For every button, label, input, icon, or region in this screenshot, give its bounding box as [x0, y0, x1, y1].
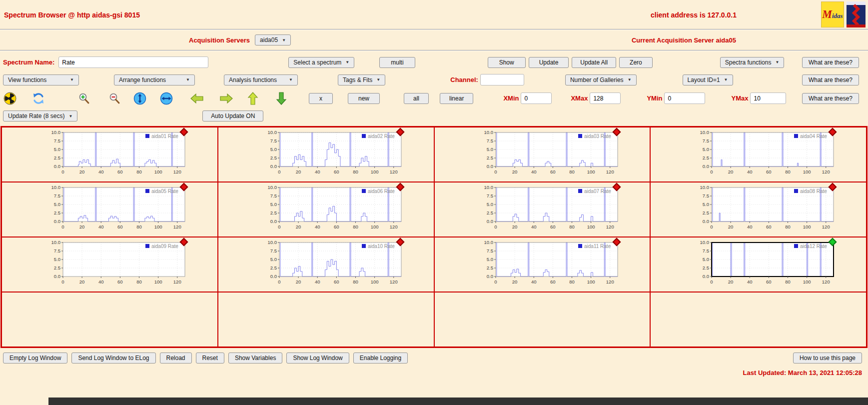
- enable-logging-button[interactable]: Enable Logging: [353, 352, 408, 364]
- how-to-use-button[interactable]: How to use this page: [793, 352, 862, 364]
- svg-text:20: 20: [79, 279, 85, 284]
- svg-text:0: 0: [278, 169, 280, 174]
- svg-text:80: 80: [785, 169, 791, 174]
- gallery-panel-aida04[interactable]: 0204060801001200.02.55.07.510.0aida04 Ra…: [650, 127, 867, 182]
- svg-text:0.0: 0.0: [703, 164, 709, 169]
- gallery-panel-aida02[interactable]: 0204060801001200.02.55.07.510.0aida02 Ra…: [218, 127, 434, 182]
- svg-text:5.0: 5.0: [270, 146, 277, 152]
- xmax-label: XMax: [571, 94, 588, 102]
- reload-button[interactable]: Reload: [160, 352, 192, 364]
- ymin-input[interactable]: [664, 92, 705, 104]
- spectrum-chart-aida04: 0204060801001200.02.55.07.510.0aida04 Ra…: [696, 128, 848, 181]
- gallery-panel-aida05[interactable]: 0204060801001200.02.55.07.510.0aida05 Ra…: [1, 182, 218, 237]
- shift-up-icon[interactable]: [246, 92, 259, 105]
- svg-text:5.0: 5.0: [270, 202, 277, 207]
- svg-text:10.0: 10.0: [51, 130, 61, 135]
- acquisition-server-value: aida05: [260, 36, 278, 44]
- spectrum-chart-aida11: 0204060801001200.02.55.07.510.0aida11 Ra…: [480, 238, 632, 291]
- svg-text:2.5: 2.5: [703, 265, 709, 270]
- acquisition-server-select[interactable]: aida05 ▼: [255, 34, 291, 46]
- x-button[interactable]: x: [309, 93, 333, 104]
- svg-text:0: 0: [278, 279, 280, 284]
- svg-text:7.5: 7.5: [486, 193, 493, 198]
- auto-update-button[interactable]: Auto Update ON: [202, 110, 263, 122]
- number-of-galleries-dropdown[interactable]: Number of Galleries ▼: [565, 74, 637, 86]
- show-variables-button[interactable]: Show Variables: [228, 352, 283, 364]
- svg-text:20: 20: [296, 224, 301, 230]
- view-functions-label: View functions: [8, 76, 46, 84]
- what-are-these-button-1[interactable]: What are these?: [802, 57, 859, 68]
- zoom-in-icon[interactable]: [77, 92, 90, 105]
- shift-left-icon[interactable]: [190, 92, 203, 105]
- shift-down-icon[interactable]: [274, 92, 288, 105]
- gallery-cell-empty: [434, 292, 651, 347]
- svg-text:100: 100: [370, 279, 378, 284]
- svg-text:60: 60: [334, 169, 339, 174]
- svg-text:100: 100: [803, 224, 811, 230]
- xmax-input[interactable]: [590, 92, 621, 104]
- svg-text:7.5: 7.5: [486, 138, 493, 144]
- svg-text:20: 20: [296, 279, 301, 284]
- gallery-panel-aida11[interactable]: 0204060801001200.02.55.07.510.0aida11 Ra…: [434, 237, 651, 292]
- send-log-to-elog-button[interactable]: Send Log Window to ELog: [71, 352, 155, 364]
- gallery-panel-aida08[interactable]: 0204060801001200.02.55.07.510.0aida08 Ra…: [650, 182, 867, 237]
- gallery-panel-aida06[interactable]: 0204060801001200.02.55.07.510.0aida06 Ra…: [218, 182, 434, 237]
- gallery-panel-aida12[interactable]: 0204060801001200.02.55.07.510.0aida12 Ra…: [650, 237, 867, 292]
- svg-text:80: 80: [136, 169, 142, 174]
- update-button[interactable]: Update: [529, 57, 569, 68]
- svg-text:10.0: 10.0: [700, 130, 710, 135]
- new-button[interactable]: new: [348, 93, 380, 104]
- svg-text:60: 60: [117, 279, 123, 284]
- spectrum-chart-aida05: 0204060801001200.02.55.07.510.0aida05 Ra…: [47, 183, 199, 236]
- zero-button[interactable]: Zero: [619, 57, 653, 68]
- empty-log-window-button[interactable]: Empty Log Window: [3, 352, 67, 364]
- log-window-edge: [48, 398, 868, 405]
- gallery-panel-aida09[interactable]: 0204060801001200.02.55.07.510.0aida09 Ra…: [1, 237, 218, 292]
- xmin-label: XMin: [503, 94, 519, 102]
- tags-fits-dropdown[interactable]: Tags & Fits ▼: [338, 74, 385, 86]
- svg-text:10.0: 10.0: [267, 130, 277, 135]
- reset-button[interactable]: Reset: [196, 352, 224, 364]
- all-button[interactable]: all: [404, 93, 429, 104]
- arrange-functions-dropdown[interactable]: Arrange functions ▼: [114, 74, 195, 86]
- show-button[interactable]: Show: [488, 57, 526, 68]
- ymax-input[interactable]: [750, 92, 786, 104]
- svg-text:aida10 Rate: aida10 Rate: [368, 244, 395, 249]
- show-log-window-button[interactable]: Show Log Window: [286, 352, 349, 364]
- svg-text:120: 120: [606, 169, 614, 174]
- svg-text:0.0: 0.0: [486, 218, 493, 224]
- update-all-button[interactable]: Update All: [572, 57, 616, 68]
- channel-input[interactable]: [480, 74, 524, 86]
- svg-text:10.0: 10.0: [484, 184, 493, 190]
- svg-text:0: 0: [278, 224, 280, 230]
- spectra-functions-dropdown[interactable]: Spectra functions ▼: [720, 57, 785, 68]
- linear-button[interactable]: linear: [440, 93, 473, 104]
- spectrum-chart-aida06: 0204060801001200.02.55.07.510.0aida06 Ra…: [263, 183, 416, 236]
- update-rate-dropdown[interactable]: Update Rate (8 secs) ▼: [3, 110, 77, 122]
- gallery-panel-aida01[interactable]: 0204060801001200.02.55.07.510.0aida01 Ra…: [1, 127, 218, 182]
- gallery-panel-aida07[interactable]: 0204060801001200.02.55.07.510.0aida07 Ra…: [434, 182, 651, 237]
- what-are-these-button-2[interactable]: What are these?: [802, 74, 859, 86]
- multi-button[interactable]: multi: [379, 57, 415, 68]
- unzoom-x-icon[interactable]: [159, 92, 173, 105]
- what-are-these-button-3[interactable]: What are these?: [802, 93, 859, 104]
- unzoom-y-icon[interactable]: [133, 92, 146, 105]
- analysis-functions-dropdown[interactable]: Analysis functions ▼: [224, 74, 298, 86]
- spectrum-name-input[interactable]: [58, 56, 208, 68]
- shift-right-icon[interactable]: [219, 92, 233, 105]
- svg-text:40: 40: [98, 169, 104, 174]
- refresh-icon[interactable]: [31, 92, 45, 105]
- gallery-panel-aida10[interactable]: 0204060801001200.02.55.07.510.0aida10 Ra…: [218, 237, 434, 292]
- svg-text:7.5: 7.5: [270, 138, 277, 144]
- gallery-panel-aida03[interactable]: 0204060801001200.02.55.07.510.0aida03 Ra…: [434, 127, 651, 182]
- zoom-out-icon[interactable]: [107, 92, 121, 105]
- svg-text:7.5: 7.5: [486, 248, 493, 254]
- layout-id-dropdown[interactable]: Layout ID=1 ▼: [683, 74, 733, 86]
- channel-label: Channel:: [450, 76, 478, 84]
- view-functions-dropdown[interactable]: View functions ▼: [3, 74, 79, 86]
- arrange-functions-label: Arrange functions: [119, 76, 166, 84]
- xmin-input[interactable]: [521, 92, 552, 104]
- radiation-icon[interactable]: [3, 92, 16, 105]
- svg-text:80: 80: [569, 224, 575, 230]
- select-spectrum-dropdown[interactable]: Select a spectrum ▼: [288, 57, 354, 68]
